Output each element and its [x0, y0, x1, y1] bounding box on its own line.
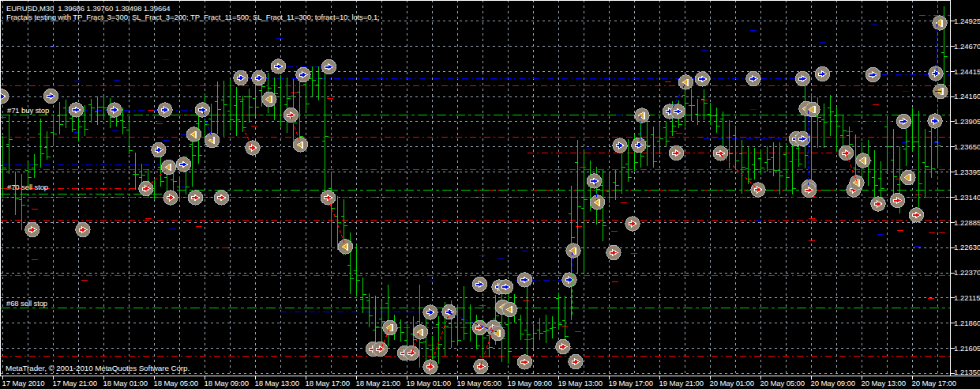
svg-text:1.22370: 1.22370: [954, 268, 980, 277]
svg-text:1.22885: 1.22885: [954, 218, 980, 227]
svg-text:#71 buy stop: #71 buy stop: [7, 106, 49, 115]
svg-text:1.22115: 1.22115: [954, 293, 980, 302]
svg-text:1.23395: 1.23395: [954, 168, 980, 176]
svg-text:19 May 21:00: 19 May 21:00: [659, 379, 704, 387]
svg-text:1.23650: 1.23650: [954, 142, 980, 151]
svg-text:18 May 21:00: 18 May 21:00: [356, 379, 400, 387]
svg-text:MetaTrader, © 2001-2010 MetaQu: MetaTrader, © 2001-2010 MetaQuotes Softw…: [6, 364, 190, 372]
svg-text:1.22630: 1.22630: [954, 243, 980, 251]
svg-text:20 May 13:00: 20 May 13:00: [862, 379, 906, 387]
svg-text:20 May 01:00: 20 May 01:00: [710, 379, 754, 387]
svg-text:19 May 13:00: 19 May 13:00: [558, 379, 603, 387]
svg-text:20 May 09:00: 20 May 09:00: [811, 379, 855, 387]
svg-text:18 May 01:00: 18 May 01:00: [103, 379, 148, 387]
svg-text:1.21860: 1.21860: [954, 319, 980, 327]
svg-text:18 May 05:00: 18 May 05:00: [154, 379, 198, 387]
svg-text:1.24925: 1.24925: [954, 17, 980, 25]
svg-text:1.24670: 1.24670: [954, 42, 980, 51]
svg-text:1.23905: 1.23905: [954, 117, 980, 126]
svg-text:17 May 2010: 17 May 2010: [2, 379, 45, 387]
svg-text:1.24415: 1.24415: [954, 67, 980, 76]
svg-text:19 May 01:00: 19 May 01:00: [407, 379, 451, 387]
svg-text:EURUSD,M30 1.39686 1.39760 1.: EURUSD,M30 1.39686 1.39760 1.39498 1.396…: [6, 4, 171, 13]
svg-text:19 May 17:00: 19 May 17:00: [609, 379, 653, 387]
svg-text:18 May 13:00: 18 May 13:00: [255, 379, 299, 387]
svg-text:1.21605: 1.21605: [954, 344, 980, 353]
svg-text:#70 sell stop: #70 sell stop: [7, 183, 48, 191]
svg-text:Fractals testing with TP_Fract: Fractals testing with TP_Fract_3=300; SL…: [6, 13, 380, 21]
svg-text:18 May 17:00: 18 May 17:00: [306, 379, 350, 387]
svg-text:1.24160: 1.24160: [954, 92, 980, 100]
svg-text:#68 sell stop: #68 sell stop: [6, 299, 47, 308]
svg-text:17 May 21:00: 17 May 21:00: [53, 379, 97, 387]
svg-text:19 May 05:00: 19 May 05:00: [457, 379, 501, 387]
svg-text:20 May 05:00: 20 May 05:00: [760, 379, 805, 387]
svg-text:1.21350: 1.21350: [954, 368, 980, 376]
svg-text:1.23140: 1.23140: [954, 193, 980, 202]
svg-text:18 May 09:00: 18 May 09:00: [205, 379, 249, 387]
svg-text:20 May 17:00: 20 May 17:00: [912, 379, 956, 387]
svg-text:19 May 09:00: 19 May 09:00: [508, 379, 552, 387]
